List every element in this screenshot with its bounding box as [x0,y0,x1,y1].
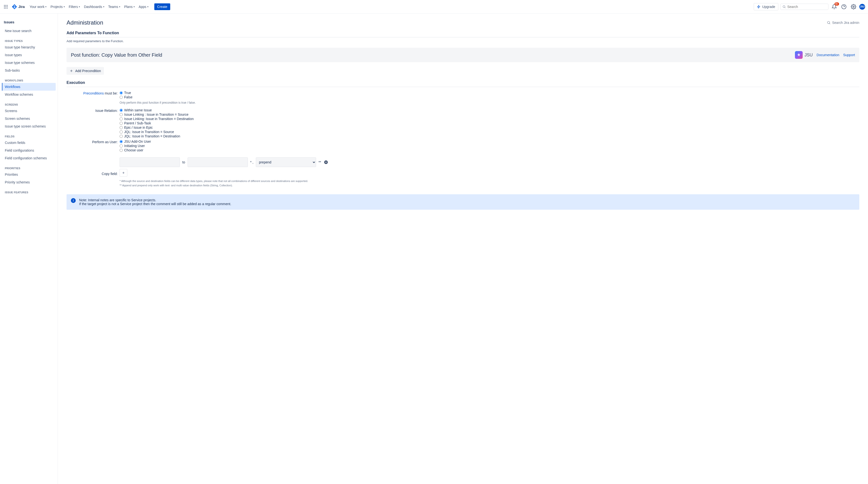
sidebar-item-screen-schemes[interactable]: Screen schemes [2,115,56,123]
svg-point-12 [853,6,854,7]
issue-relation-option[interactable]: JQL: Issue in Transition = Destination [120,134,859,138]
upgrade-button[interactable]: Upgrade [754,3,778,10]
sidebar-item-field-configurations[interactable]: Field configurations [2,147,56,154]
issue-relation-radio[interactable] [120,126,123,129]
sidebar-group-issue-features: ISSUE FEATURES [2,186,56,195]
perform-user-radio[interactable] [120,144,123,148]
add-precondition-button[interactable]: Add Precondition [66,67,104,75]
copy-source-field[interactable] [120,157,180,167]
page-title: Administration [66,19,103,26]
sidebar-item-priorities[interactable]: Priorities [2,171,56,179]
issue-relation-radio[interactable] [120,113,123,116]
close-circle-icon [324,160,328,164]
search-input[interactable] [787,5,826,9]
nav-item-teams[interactable]: Teams ▾ [106,4,122,10]
precondition-radio[interactable] [120,96,123,99]
chevron-down-icon: ▾ [64,5,65,8]
svg-point-9 [783,5,785,7]
sidebar-item-issue-type-hierarchy[interactable]: Issue type hierarchy [2,43,56,51]
precondition-help: Only perform this post function if preco… [120,101,859,104]
nav-item-plans[interactable]: Plans ▾ [122,4,137,10]
app-switcher-icon[interactable] [3,4,9,10]
sidebar-item-issue-types[interactable]: Issue types [2,51,56,59]
svg-point-6 [4,8,5,8]
issue-relation-option[interactable]: Epic / Issue in Epic [120,126,859,129]
plus-icon [69,69,73,73]
svg-line-10 [785,7,785,8]
jira-product-name: Jira [18,5,25,9]
notification-badge: 9+ [835,2,839,5]
nav-item-your-work[interactable]: Your work ▾ [28,4,49,10]
jira-logo[interactable]: Jira [11,4,25,10]
add-row-button[interactable] [120,169,127,177]
nav-item-projects[interactable]: Projects ▾ [49,4,67,10]
global-search[interactable] [780,4,829,10]
issue-relation-option[interactable]: Within same Issue [120,108,859,112]
precondition-radio[interactable] [120,91,123,95]
copy-mode-select[interactable]: prepend [256,157,316,167]
issue-relation-option[interactable]: Parent / Sub-Task [120,121,859,125]
sidebar-item-screens[interactable]: Screens [2,107,56,115]
jsu-label: JSU [805,53,813,58]
copy-destination-field[interactable] [188,157,248,167]
issue-relation-radio[interactable] [120,109,123,112]
svg-point-1 [5,5,6,5]
footnote-1: * Although the source and destination fi… [120,179,859,184]
upgrade-label: Upgrade [762,5,775,9]
create-button[interactable]: Create [154,3,170,10]
user-avatar[interactable]: JSU [859,4,865,10]
function-title: Post function: Copy Value from Other Fie… [71,52,162,58]
sidebar-item-priority-schemes[interactable]: Priority schemes [2,179,56,186]
perform-user-option[interactable]: JSU Add-On User [120,139,859,143]
sidebar-item-issue-type-screen-schemes[interactable]: Issue type screen schemes [2,123,56,130]
info-icon: i [71,198,76,203]
issue-relation-option[interactable]: Issue Linking: Issue in Transition = Des… [120,117,859,121]
svg-point-8 [7,8,7,8]
perform-user-radio[interactable] [120,140,123,143]
help-button[interactable] [840,3,848,10]
sidebar-item-workflows[interactable]: Workflows [2,83,56,91]
nav-item-apps[interactable]: Apps ▾ [137,4,151,10]
info-line-1: Note: Internal notes are specific to Ser… [79,198,231,202]
sidebar-item-field-configuration-schemes[interactable]: Field configuration schemes [2,154,56,162]
perform-user-label: Perform as User: [66,139,120,144]
copy-sep2: ** [318,160,321,164]
chevron-down-icon: ▾ [45,5,46,8]
issue-relation-radio[interactable] [120,118,123,121]
nav-item-filters[interactable]: Filters ▾ [67,4,82,10]
documentation-link[interactable]: Documentation [817,53,839,57]
settings-button[interactable] [850,3,858,10]
sidebar-group-workflows: WORKFLOWS [2,74,56,83]
issue-relation-option[interactable]: JQL: Issue in Transition = Source [120,130,859,134]
issue-relation-radio[interactable] [120,130,123,133]
search-jira-admin[interactable]: Search Jira admin [827,21,859,25]
precondition-option[interactable]: False [120,95,859,99]
sidebar-group-fields: FIELDS [2,130,56,139]
jsu-logo-icon [795,51,803,59]
nav-item-dashboards[interactable]: Dashboards ▾ [82,4,106,10]
add-precondition-label: Add Precondition [75,69,101,73]
issue-relation-option[interactable]: Issue Linking : Issue in Transition = So… [120,112,859,117]
sidebar-item-new-issue-search[interactable]: New issue search [2,27,56,35]
perform-user-radio[interactable] [120,149,123,152]
copy-to-label: to [182,160,185,164]
perform-user-option[interactable]: Choose user [120,148,859,152]
notifications-button[interactable]: 9+ [830,3,838,10]
sidebar-item-issue-type-schemes[interactable]: Issue type schemes [2,59,56,67]
sidebar: Issues New issue searchISSUE TYPESIssue … [0,13,58,484]
perform-user-option[interactable]: Initiating User [120,144,859,148]
sidebar-item-workflow-schemes[interactable]: Workflow schemes [2,91,56,98]
issue-relation-radio[interactable] [120,135,123,138]
support-link[interactable]: Support [843,53,855,57]
svg-point-0 [4,5,5,5]
issue-relation-radio[interactable] [120,122,123,125]
precondition-option[interactable]: True [120,91,859,95]
sidebar-item-custom-fields[interactable]: Custom fields [2,139,56,147]
sidebar-item-sub-tasks[interactable]: Sub-tasks [2,67,56,74]
preconditions-link[interactable]: Preconditions [84,91,104,95]
function-panel: Post function: Copy Value from Other Fie… [66,48,859,62]
sidebar-group-priorities: PRIORITIES [2,162,56,171]
remove-row-button[interactable] [323,160,329,165]
svg-point-13 [828,22,830,24]
svg-point-5 [7,6,7,7]
